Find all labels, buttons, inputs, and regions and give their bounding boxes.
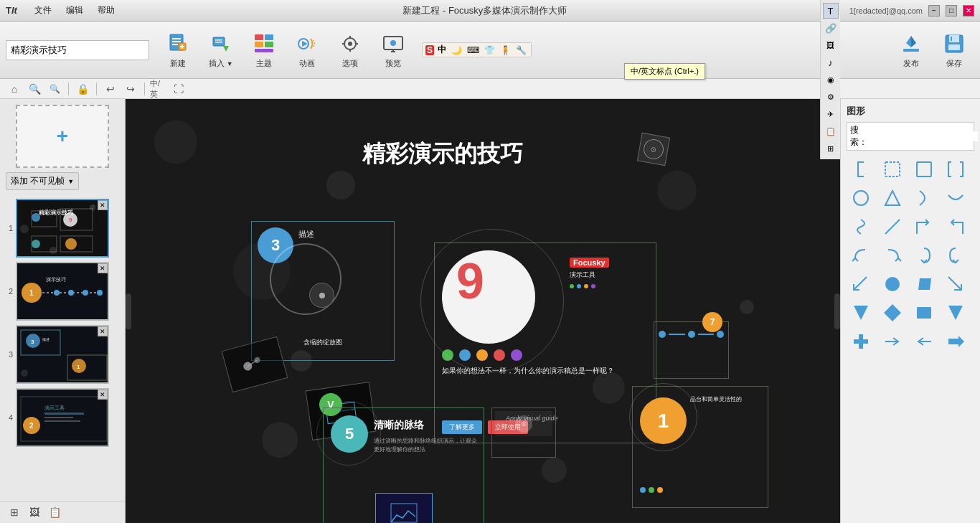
frame-name-input[interactable] [6,40,149,60]
left-scroll-handle[interactable] [126,293,131,329]
ime-person-btn[interactable]: 🧍 [499,45,512,55]
slide-item-2[interactable]: 2 1 演示技巧 ✕ [3,262,122,321]
slide-item-4[interactable]: 4 2 演示工具 ✕ [3,388,122,447]
slide-thumb-4[interactable]: 2 演示工具 ✕ [16,388,109,447]
shape-rect-outline[interactable] [910,156,938,182]
frame-7[interactable]: 7 [654,321,729,379]
tool-image-btn[interactable]: 🖼 [823,37,839,53]
frame-1-bottom[interactable]: 1 品台和简单灵活性的 [632,386,768,508]
shape-triangle-fill[interactable] [941,300,970,326]
slide-thumb-2[interactable]: 1 演示技巧 ✕ [16,262,109,321]
punct-btn[interactable]: 中/英 [150,81,167,97]
tool-fly-btn[interactable]: ✈ [823,106,839,122]
shape-arrow-right-fill[interactable] [941,271,970,297]
shape-bracket-left[interactable] [847,156,875,182]
tool-text-btn[interactable]: T [823,3,839,19]
shape-circle-outline[interactable] [847,185,875,211]
tool-link-btn[interactable]: 🔗 [823,20,839,36]
shape-bracket-square[interactable] [941,156,970,182]
slide-2-close[interactable]: ✕ [98,263,108,273]
publish-icon [898,31,924,57]
add-invisible-btn[interactable]: 添加 不可见帧 ▼ [6,172,79,190]
shape-arrow-double-head-left[interactable] [847,271,875,297]
shape-arrow-right2[interactable] [941,329,970,354]
home-btn[interactable]: ⌂ [6,81,23,97]
shape-corner-arrow2[interactable] [941,214,970,240]
tool-settings-btn[interactable]: ⚙ [823,89,839,105]
slide-panel-image-btn[interactable]: 🖼 [26,504,43,520]
fullscreen-btn[interactable]: ⛶ [170,81,187,97]
minimize-button[interactable]: − [928,5,940,17]
search-row[interactable]: 搜索： 🔍 [847,122,974,151]
shape-arrow-curve-right[interactable] [878,242,907,268]
undo-btn[interactable]: ↩ [102,81,119,97]
ime-moon-btn[interactable]: 🌙 [450,45,463,55]
frame-5-text: 通过清晰的思路和脉络组织演示，让观众更好地理解你的想法 [374,437,478,454]
shape-triangle-down[interactable] [847,300,875,326]
shape-rect-fill[interactable] [910,300,938,326]
small-frame-right[interactable]: ◎ [491,407,556,458]
tool-music-btn[interactable]: ♪ [823,55,839,70]
svg-rect-13 [255,42,263,47]
shape-arc-right[interactable] [910,185,938,211]
slide-thumb-3[interactable]: 3 描述 1 ✕ [16,325,109,384]
canvas-area[interactable]: 精彩演示的技巧 3 描述 含缩的绽放图 [126,99,840,523]
slide-thumb-1[interactable]: 精彩演示技巧 9 [16,199,109,258]
options-button[interactable]: 选项 [330,27,370,73]
shape-s-arrow2[interactable] [941,242,970,268]
frame-5[interactable]: 5 清晰的脉络 通过清晰的思路和脉络组织演示，让观众更好地理解你的想法 [323,407,484,523]
lock-btn[interactable]: 🔒 [74,81,91,97]
shape-arc-bottom[interactable] [941,185,970,211]
shape-arrow-right-outline[interactable] [878,329,907,354]
close-button[interactable]: ✕ [963,5,974,17]
theme-button[interactable]: 主题 [244,27,284,73]
insert-button[interactable]: 插入 ▼ [201,27,241,73]
redo-btn[interactable]: ↪ [122,81,139,97]
menu-help[interactable]: 帮助 [92,3,121,18]
svg-rect-82 [917,162,931,176]
search-input[interactable] [870,131,978,141]
slide-1-close[interactable]: ✕ [98,200,108,210]
shape-arrow-curve-left[interactable] [847,242,875,268]
shape-bracket-dotted[interactable] [878,156,907,182]
shape-curve-s[interactable] [847,214,875,240]
publish-button[interactable]: 发布 [891,27,931,73]
menu-file[interactable]: 文件 [29,3,57,18]
ime-cn-btn[interactable]: 中 [436,44,448,56]
shape-diamond[interactable] [878,300,907,326]
tool-grid-btn[interactable]: ⊞ [823,141,839,156]
ime-tools-btn[interactable]: 🔧 [514,45,528,55]
slide-item-3[interactable]: 3 3 描述 1 ✕ [3,325,122,384]
preview-button[interactable]: 预览 [373,27,413,73]
ime-keyboard-btn[interactable]: ⌨ [466,45,481,55]
maximize-button[interactable]: □ [946,5,957,17]
shape-cross[interactable] [847,329,875,354]
shape-s-arrow[interactable] [910,242,938,268]
right-scroll-handle[interactable] [834,293,840,329]
shape-triangle-outline[interactable] [878,185,907,211]
slide-panel-expand-btn[interactable]: ⊞ [6,504,23,520]
slide-item-1[interactable]: 1 精彩演示技巧 9 [3,199,122,258]
slide-4-close[interactable]: ✕ [98,390,108,400]
tool-shape-btn[interactable]: ◉ [823,72,839,88]
shape-corner-arrow[interactable] [910,214,938,240]
slide-panel-copy-btn[interactable]: 📋 [46,504,63,520]
zoom-in-btn[interactable]: 🔍 [26,81,43,97]
shape-line-diag[interactable] [878,214,907,240]
shape-parallelogram[interactable] [910,271,938,297]
shape-arrow-left-outline[interactable] [910,329,938,354]
ime-shirt-btn[interactable]: 👕 [483,45,496,55]
animation-button[interactable]: 动画 [287,27,327,73]
menu-edit[interactable]: 编辑 [60,3,89,18]
svg-rect-81 [885,162,900,176]
tool-layers-btn[interactable]: 📋 [823,123,839,139]
svg-rect-34 [948,44,960,50]
add-frame-box[interactable]: + [16,105,109,168]
bokeh-7 [657,171,697,210]
new-button[interactable]: 新建 [158,27,198,73]
zoom-out-btn[interactable]: 🔍 [46,81,63,97]
shape-circle-fill[interactable] [878,271,907,297]
slide-3-close[interactable]: ✕ [98,326,108,336]
save-button[interactable]: 保存 [934,27,974,73]
svg-point-87 [885,277,900,291]
